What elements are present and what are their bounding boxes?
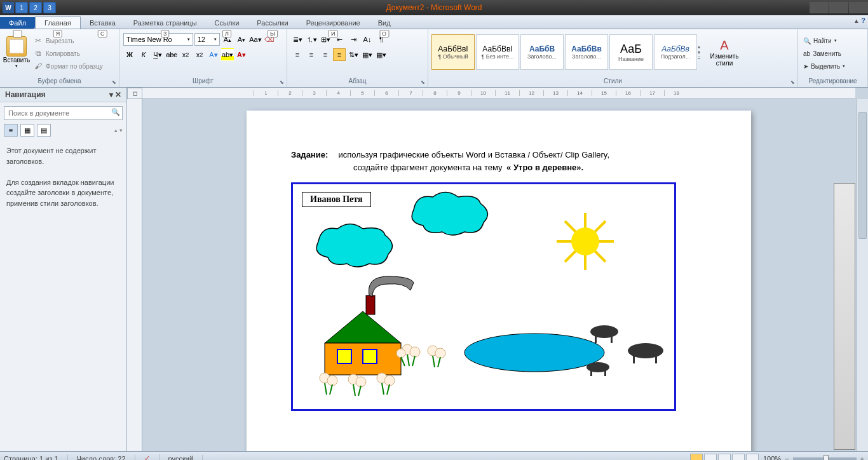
style-heading2[interactable]: АаБбВвЗаголово... [565,34,608,70]
nav-empty-1: Этот документ не содержит заголовков. [6,145,120,166]
borders-button[interactable]: ▦▾ [375,48,388,61]
style-no-spacing[interactable]: АаБбВвІ¶ Без инте... [476,34,519,70]
vertical-ruler[interactable] [127,99,142,451]
qat-save[interactable]: 1 [15,2,28,13]
horizontal-ruler[interactable]: 123456789101112131415161718 [142,88,855,99]
align-center-button[interactable]: ≡ [305,48,318,61]
zoom-percent[interactable]: 100% [763,455,781,461]
qat-undo[interactable]: 2 [29,2,42,13]
zoom-in-button[interactable]: + [860,455,864,461]
font-size-combo[interactable]: 12▾ [194,33,220,46]
tab-insert[interactable]: ВставкаС [81,17,125,29]
style-name: ¶ Обычный [438,53,468,60]
pond-shape [465,334,604,372]
increase-indent-button[interactable]: ⇥ [347,33,360,46]
shrink-font-button[interactable]: A▾ [235,33,248,46]
tab-label: Вставка [90,19,116,27]
nav-tab-headings[interactable]: ≡ [4,124,18,137]
change-styles-button[interactable]: A Изменить стили [707,30,742,74]
dialog-launcher-icon[interactable]: ⬊ [110,78,118,86]
view-full-reading[interactable] [704,454,717,461]
align-right-button[interactable]: ≡ [319,48,332,61]
status-language[interactable]: русский [168,455,203,461]
status-words[interactable]: Число слов: 22 [77,455,135,461]
nav-close-icon[interactable]: ▾ ✕ [109,90,121,99]
change-case-button[interactable]: Aa▾ [249,33,262,46]
bold-button[interactable]: Ж [123,48,136,61]
zoom-out-button[interactable]: − [785,455,789,461]
bullets-button[interactable]: ≣▾ [291,33,304,46]
align-left-button[interactable]: ≡ [291,48,304,61]
underline-button[interactable]: Ч▾ [151,48,164,61]
copy-button[interactable]: ⧉Копировать [31,47,105,60]
tab-review[interactable]: РецензированиеИ [297,17,369,29]
numbering-button[interactable]: ⒈▾ [305,33,318,46]
ruler-corner[interactable]: ◻ [127,88,142,99]
style-scroll[interactable]: ▴▾≡ [698,44,707,61]
keytip: З [161,30,169,37]
format-painter-button[interactable]: 🖌Формат по образцу [31,60,105,72]
dialog-launcher-icon[interactable]: ⬊ [419,78,426,86]
close-button[interactable] [849,2,868,13]
cut-button[interactable]: ✂Вырезать [31,34,105,47]
ribbon: Вставить ▾ ✂Вырезать ⧉Копировать 🖌Формат… [0,29,868,88]
side-task-pane[interactable] [834,183,855,450]
sort-button[interactable]: A↓ [361,33,374,46]
style-preview: АаБ [620,43,642,56]
nav-collapse-icon[interactable]: ▴ ▾ [114,127,123,133]
style-title[interactable]: АаБНазвание [609,34,653,70]
minimize-ribbon-icon[interactable]: ▴ [855,17,858,25]
keytip: И [329,30,337,37]
highlight-button[interactable]: ab▾ [221,48,234,61]
justify-button[interactable]: ≡ [333,48,346,61]
font-name-combo[interactable]: Times New Ro▾ [123,33,193,46]
status-page[interactable]: Страница: 1 из 1 [4,455,68,461]
tab-home[interactable]: ГлавнаяЯ [35,17,81,29]
view-outline[interactable] [732,454,745,461]
nav-title: Навигация [5,90,46,99]
tab-view[interactable]: ВидО [369,17,400,29]
dialog-launcher-icon[interactable]: ⬊ [278,78,285,86]
tab-file[interactable]: Файл Ф [0,17,35,29]
zoom-slider[interactable] [793,457,857,460]
qat-redo[interactable]: 3 [43,2,56,13]
subscript-button[interactable]: x2 [179,48,192,61]
cut-label: Вырезать [46,37,74,44]
find-button[interactable]: 🔍Найти▾ [801,34,865,47]
svg-marker-10 [325,311,401,343]
view-print-layout[interactable] [690,454,703,461]
strike-button[interactable]: abc [165,48,178,61]
proofing-icon[interactable]: ✓ [144,454,159,460]
line-spacing-button[interactable]: ⇅▾ [347,48,360,61]
style-normal[interactable]: АаБбВвІ¶ Обычный [431,34,475,70]
tab-label: Рецензирование [306,19,360,27]
cursor-icon: ➤ [803,63,808,70]
view-draft[interactable] [746,454,759,461]
tab-references[interactable]: СсылкиЛ [206,17,248,29]
minimize-button[interactable] [810,2,829,13]
tab-mailings[interactable]: РассылкиЫ [248,17,297,29]
font-color-button[interactable]: A▾ [235,48,248,61]
group-font: Times New Ro▾ 12▾ A▴ A▾ Aa▾ ⌫ Ж К Ч▾ abc… [119,29,287,87]
document-page[interactable]: Задание: используя графические объекты W… [247,111,751,451]
select-button[interactable]: ➤Выделить▾ [801,60,865,72]
search-icon[interactable]: 🔍 [111,108,120,116]
scrollbar-thumb[interactable] [858,112,867,239]
vertical-scrollbar[interactable] [857,99,868,451]
view-web[interactable] [718,454,731,461]
superscript-button[interactable]: x2 [193,48,206,61]
shading-button[interactable]: ▦▾ [361,48,374,61]
nav-tab-pages[interactable]: ▦ [20,124,34,137]
style-heading1[interactable]: АаБбВЗаголово... [520,34,564,70]
replace-button[interactable]: abЗаменить [801,47,865,60]
tab-layout[interactable]: Разметка страницыЗ [125,17,206,29]
maximize-button[interactable] [829,2,848,13]
help-icon[interactable]: ? [861,17,865,25]
nav-search-input[interactable] [4,106,123,120]
style-subtitle[interactable]: АаБбВвПодзагол... [654,34,697,70]
zoom-thumb[interactable] [824,455,829,461]
text-effects-button[interactable]: A▾ [207,48,220,61]
nav-tab-results[interactable]: ▤ [37,124,51,137]
dialog-launcher-icon[interactable]: ⬊ [789,78,796,86]
italic-button[interactable]: К [137,48,150,61]
